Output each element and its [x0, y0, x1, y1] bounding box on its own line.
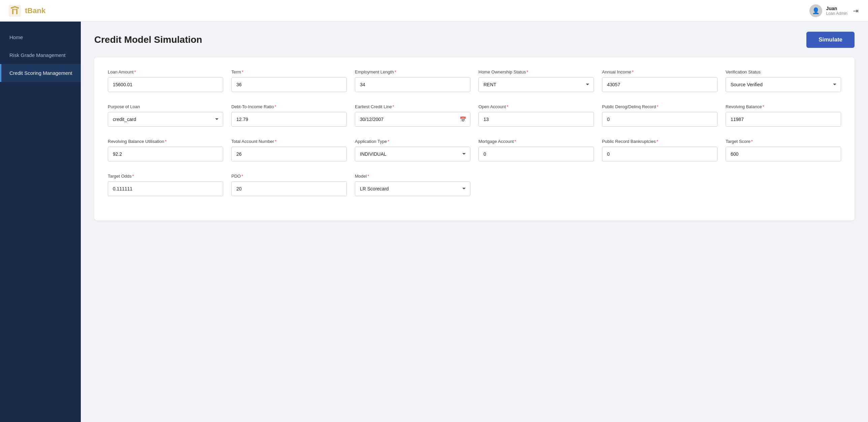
- verification-status-select[interactable]: Source Verified Verified Not Verified: [725, 77, 841, 92]
- revolving-balance-label: Revolving Balance*: [725, 104, 841, 109]
- open-account-input[interactable]: [478, 112, 594, 127]
- public-record-bankruptcies-label: Public Record Bankruptcies*: [602, 139, 717, 144]
- main-content: Credit Model Simulation Simulate Loan Am…: [81, 22, 868, 422]
- public-record-bankruptcies-input[interactable]: [602, 147, 717, 162]
- mortgage-account-label: Mortgage Account*: [478, 139, 594, 144]
- target-score-label: Target Score*: [725, 139, 841, 144]
- total-account-group: Total Account Number*: [231, 139, 347, 162]
- target-odds-group: Target Odds*: [108, 174, 223, 196]
- annual-income-label: Annual Income*: [602, 69, 717, 75]
- total-account-input[interactable]: [231, 147, 347, 162]
- target-score-input[interactable]: [725, 147, 841, 162]
- term-input[interactable]: [231, 77, 347, 92]
- sidebar: Home Risk Grade Management Credit Scorin…: [0, 22, 81, 422]
- public-derog-input[interactable]: [602, 112, 717, 127]
- open-account-group: Open Account*: [478, 104, 594, 127]
- sidebar-item-home[interactable]: Home: [0, 28, 81, 46]
- home-ownership-group: Home Ownership Status* RENT OWN MORTGAGE…: [478, 69, 594, 92]
- annual-income-input[interactable]: [602, 77, 717, 92]
- pdo-group: PDO*: [231, 174, 347, 196]
- mortgage-account-group: Mortgage Account*: [478, 139, 594, 162]
- tbank-logo-icon: [8, 4, 22, 18]
- public-derog-label: Publlc Derog/Delinq Record*: [602, 104, 717, 109]
- target-score-group: Target Score*: [725, 139, 841, 162]
- application-type-select[interactable]: INDIVIDUAL JOINT: [355, 147, 470, 162]
- logo-text: tBank: [25, 6, 45, 15]
- home-ownership-select[interactable]: RENT OWN MORTGAGE OTHER: [478, 77, 594, 92]
- form-row-3: Revolving Balance Utilisation* Total Acc…: [108, 139, 841, 162]
- verification-status-group: Verification Status Source Verified Veri…: [725, 69, 841, 92]
- user-name: Juan: [826, 6, 847, 11]
- employment-length-input[interactable]: [355, 77, 470, 92]
- user-role: Loan Admin: [826, 11, 847, 16]
- sidebar-item-credit-scoring-label: Credit Scoring Management: [9, 70, 72, 76]
- application-type-group: Application Type* INDIVIDUAL JOINT: [355, 139, 470, 162]
- model-label: Model*: [355, 174, 470, 179]
- employment-length-label: Employment Length*: [355, 69, 470, 75]
- form-card: Loan Amount* Term* Employment Length*: [94, 57, 855, 220]
- logout-button[interactable]: ⇥: [851, 5, 860, 16]
- revolving-balance-group: Revolving Balance*: [725, 104, 841, 127]
- svg-rect-3: [12, 9, 18, 10]
- target-odds-label: Target Odds*: [108, 174, 223, 179]
- form-row-1: Loan Amount* Term* Employment Length*: [108, 69, 841, 92]
- revolving-utilisation-input[interactable]: [108, 147, 223, 162]
- revolving-utilisation-label: Revolving Balance Utilisation*: [108, 139, 223, 144]
- layout: Home Risk Grade Management Credit Scorin…: [0, 22, 868, 422]
- revolving-utilisation-group: Revolving Balance Utilisation*: [108, 139, 223, 162]
- page-header: Credit Model Simulation Simulate: [94, 32, 855, 48]
- debt-to-income-label: Debt-To-Income Ratio*: [231, 104, 347, 109]
- loan-amount-group: Loan Amount*: [108, 69, 223, 92]
- annual-income-group: Annual Income*: [602, 69, 717, 92]
- page-title: Credit Model Simulation: [94, 34, 202, 45]
- application-type-label: Application Type*: [355, 139, 470, 144]
- purpose-of-loan-group: Purpose of Loan credit_card debt_consoli…: [108, 104, 223, 127]
- target-odds-input[interactable]: [108, 181, 223, 196]
- sidebar-item-home-label: Home: [9, 34, 23, 40]
- purpose-of-loan-select[interactable]: credit_card debt_consolidation home_impr…: [108, 112, 223, 127]
- simulate-button[interactable]: Simulate: [806, 32, 855, 48]
- model-group: Model* LR Scorecard Decision Tree Random…: [355, 174, 470, 196]
- form-row-2: Purpose of Loan credit_card debt_consoli…: [108, 104, 841, 127]
- sidebar-item-risk-grade[interactable]: Risk Grade Management: [0, 46, 81, 64]
- employment-length-group: Employment Length*: [355, 69, 470, 92]
- app-header: tBank 👤 Juan Loan Admin ⇥: [0, 0, 868, 22]
- term-group: Term*: [231, 69, 347, 92]
- form-row-4: Target Odds* PDO* Model* LR Scorecard: [108, 174, 841, 196]
- sidebar-item-risk-grade-label: Risk Grade Management: [9, 52, 66, 58]
- logo-area: tBank: [8, 4, 45, 18]
- pdo-input[interactable]: [231, 181, 347, 196]
- mortgage-account-input[interactable]: [478, 147, 594, 162]
- earliest-credit-line-input[interactable]: [355, 112, 470, 127]
- public-derog-group: Publlc Derog/Delinq Record*: [602, 104, 717, 127]
- debt-to-income-input[interactable]: [231, 112, 347, 127]
- purpose-of-loan-label: Purpose of Loan: [108, 104, 223, 109]
- public-record-bankruptcies-group: Public Record Bankruptcies*: [602, 139, 717, 162]
- user-avatar: 👤: [809, 4, 822, 17]
- home-ownership-label: Home Ownership Status*: [478, 69, 594, 75]
- open-account-label: Open Account*: [478, 104, 594, 109]
- verification-status-label: Verification Status: [725, 69, 841, 75]
- model-select[interactable]: LR Scorecard Decision Tree Random Forest: [355, 181, 470, 196]
- revolving-balance-input[interactable]: [725, 112, 841, 127]
- pdo-label: PDO*: [231, 174, 347, 179]
- user-area: 👤 Juan Loan Admin ⇥: [809, 4, 860, 17]
- term-label: Term*: [231, 69, 347, 75]
- sidebar-item-credit-scoring[interactable]: Credit Scoring Management: [0, 64, 81, 82]
- total-account-label: Total Account Number*: [231, 139, 347, 144]
- user-info: Juan Loan Admin: [826, 6, 847, 16]
- debt-to-income-group: Debt-To-Income Ratio*: [231, 104, 347, 127]
- earliest-credit-line-label: Earliest Credit Line*: [355, 104, 470, 109]
- earliest-credit-line-wrapper: 📅: [355, 112, 470, 127]
- loan-amount-input[interactable]: [108, 77, 223, 92]
- loan-amount-label: Loan Amount*: [108, 69, 223, 75]
- earliest-credit-line-group: Earliest Credit Line* 📅: [355, 104, 470, 127]
